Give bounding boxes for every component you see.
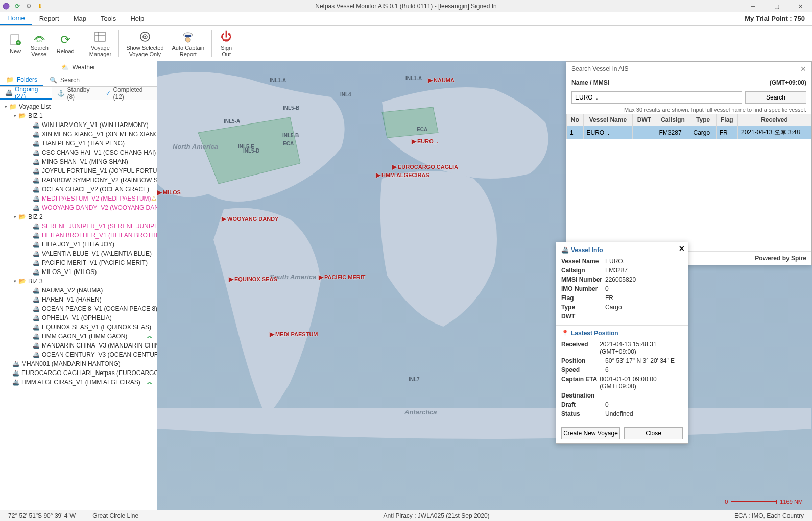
tree-item[interactable]: 🚢MING SHAN_V1 (MING SHAN) <box>1 157 156 166</box>
tree-item[interactable]: 🚢HMM ALGECIRAS_V1 (HMM ALGECIRAS)⫘ <box>1 378 156 387</box>
status-piracy: Anti Piracy : JWLA025 (21st Sep 2020) <box>147 510 726 521</box>
svg-point-0 <box>3 3 9 9</box>
vessel-pin[interactable]: EURO_. <box>412 138 438 145</box>
folders-tab[interactable]: 📁 Folders <box>0 73 43 86</box>
tree-item[interactable]: 🚢MEDI PAESTUM_V2 (MEDI PAESTUM)⚠ <box>1 194 156 203</box>
search-vessel-button[interactable]: AIS Search Vessel <box>27 28 53 59</box>
minimize-button[interactable]: ─ <box>742 0 765 12</box>
continent-label: Antarctica <box>404 408 437 416</box>
maximize-button[interactable]: ▢ <box>765 0 789 12</box>
tree-item[interactable]: 🚢HEILAN BROTHER_V1 (HEILAN BROTHER)⚠ <box>1 231 156 240</box>
close-icon[interactable]: ✕ <box>679 244 685 253</box>
download-icon[interactable]: ⬇ <box>36 2 44 10</box>
svg-point-13 <box>185 37 190 42</box>
new-icon: + <box>8 33 22 47</box>
map-canvas[interactable]: North America South America Antarctica I… <box>157 61 812 510</box>
tree-item[interactable]: 🚢EUROCARGO CAGLIARI_Netpas (EUROCARGO CA… <box>1 368 156 378</box>
vessel-pin[interactable]: WOOYANG DANDY <box>222 215 278 222</box>
location-icon: 📍 <box>561 330 569 337</box>
tree-item[interactable]: 🚢WOOYANG DANDY_V2 (WOOYANG DANDY)⚠ <box>1 203 156 212</box>
sign-out-button[interactable]: ⏻ Sign Out <box>215 28 237 59</box>
vessel-pin[interactable]: EUROCARGO CAGLIA <box>392 163 458 170</box>
close-button[interactable]: Close <box>624 427 683 439</box>
captain-icon <box>181 30 195 44</box>
vessel-pin[interactable]: HMM ALGECIRAS <box>376 171 429 179</box>
auto-captain-button[interactable]: Auto Captain Report <box>168 28 209 59</box>
gear-icon[interactable]: ⚙ <box>25 2 33 10</box>
ongoing-tab[interactable]: 🚢 Ongoing (27) <box>0 87 52 100</box>
voyage-manager-button[interactable]: Voyage Manager <box>85 28 115 59</box>
svg-rect-12 <box>185 35 191 37</box>
menu-tools[interactable]: Tools <box>93 13 123 24</box>
vessel-pin[interactable]: NAUMA <box>428 77 455 84</box>
show-selected-button[interactable]: Show Selected Voyage Only <box>122 28 168 59</box>
refresh-icon[interactable]: ⟳ <box>13 2 21 10</box>
menu-report[interactable]: Report <box>32 13 66 24</box>
tree-item[interactable]: 🚢MANDARIN CHINA_V3 (MANDARIN CHINA)⫘ <box>1 341 156 350</box>
tree-item[interactable]: 🚢OCEAN CENTURY_V3 (OCEAN CENTURY)⫘ <box>1 350 156 359</box>
share-icon[interactable]: ⫘ <box>147 379 153 386</box>
target-icon <box>138 30 152 44</box>
tree-item[interactable]: 🚢SERENE JUNIPER_V1 (SERENE JUNIPER)⚠ <box>1 221 156 231</box>
close-button[interactable]: ✕ <box>789 0 812 12</box>
check-icon: ✓ <box>106 90 111 97</box>
search-hint: Max 30 results are shown. Input full ves… <box>566 106 811 114</box>
menubar: Home Report Map Tools Help My Trial Poin… <box>0 12 812 26</box>
menu-help[interactable]: Help <box>123 13 151 24</box>
table-row[interactable]: 1 EURO_. FM3287 Cargo FR 2021-04-13 오후 3… <box>567 126 811 139</box>
close-icon[interactable]: ✕ <box>800 65 806 73</box>
tree-item[interactable]: 🚢HAREN_V1 (HAREN) <box>1 295 156 304</box>
menu-map[interactable]: Map <box>66 13 93 24</box>
tree-item[interactable]: 🚢FILIA JOY_V1 (FILIA JOY) <box>1 240 156 249</box>
tree-item[interactable]: 🚢WIN HARMONY_V1 (WIN HARMONY) <box>1 120 156 130</box>
tree-item[interactable]: 🚢OCEAN GRACE_V2 (OCEAN GRACE) <box>1 185 156 194</box>
search-tab[interactable]: 🔍 Search <box>43 73 86 86</box>
create-voyage-button[interactable]: Create New Voyage <box>561 427 620 439</box>
standby-tab[interactable]: ⚓ Standby (8) <box>52 87 101 100</box>
tree-item[interactable]: 🚢PACIFIC MERIT_V1 (PACIFIC MERIT) <box>1 258 156 267</box>
statusbar: 72° 52' 51"S 90° 39' 4"W Great Circle Li… <box>0 510 812 521</box>
search-panel: Search Vessel in AIS ✕ Name / MMSI (GMT+… <box>566 61 812 265</box>
menu-home[interactable]: Home <box>0 12 32 25</box>
search-input[interactable] <box>571 91 742 104</box>
anchor-icon: ⚓ <box>57 90 65 97</box>
completed-tab[interactable]: ✓ Completed (12) <box>101 87 157 100</box>
tree-item[interactable]: 🚢MILOS_V1 (MILOS) <box>1 267 156 277</box>
vessel-pin[interactable]: MILOS <box>157 189 181 196</box>
tree-item[interactable]: 🚢CSC CHANG HAI_V1 (CSC CHANG HAI) <box>1 148 156 157</box>
sidebar: ⛅ Weather 📁 Folders 🔍 Search 🚢 Ongoing (… <box>0 61 157 510</box>
tree-folder-biz1[interactable]: ▾📂BIZ 1 <box>1 111 156 120</box>
tree-item[interactable]: 🚢OPHELIA_V1 (OPHELIA) <box>1 313 156 322</box>
vessel-pin[interactable]: MEDI PAESTUM <box>270 331 318 338</box>
reload-button[interactable]: ⟳ Reload <box>53 28 79 59</box>
tree-item[interactable]: 🚢RAINBOW SYMPHONY_V2 (RAINBOW SYMPH... <box>1 176 156 185</box>
tree-item[interactable]: 🚢NAUMA_V2 (NAUMA) <box>1 286 156 295</box>
tree-root[interactable]: ▾📁Voyage List <box>1 102 156 111</box>
tree-item[interactable]: 🚢EQUINOX SEAS_V1 (EQUINOX SEAS) <box>1 322 156 332</box>
share-icon[interactable]: ⫘ <box>147 333 153 340</box>
tree-item[interactable]: 🚢TIAN PENG_V1 (TIAN PENG) <box>1 139 156 148</box>
tree-item[interactable]: 🚢XIN MENG XIANG_V1 (XIN MENG XIANG) <box>1 130 156 139</box>
tree-item[interactable]: 🚢HMM GAON_V1 (HMM GAON)⫘ <box>1 332 156 341</box>
vessel-info-panel: ✕ 🚢Vessel Info Vessel NameEURO. Callsign… <box>556 242 688 444</box>
window-title: Netpas Vessel Monitor AIS 0.1 (Build 011… <box>315 3 497 10</box>
voyage-manager-icon <box>93 30 107 44</box>
tree-item[interactable]: 🚢VALENTIA BLUE_V1 (VALENTIA BLUE) <box>1 249 156 258</box>
search-button[interactable]: Search <box>745 91 806 104</box>
tree-item[interactable]: 🚢OCEAN PEACE 8_V1 (OCEAN PEACE 8) <box>1 304 156 313</box>
status-line: Great Circle Line <box>84 510 147 521</box>
weather-bar[interactable]: ⛅ Weather <box>0 61 157 73</box>
voyage-tree[interactable]: ▾📁Voyage List ▾📂BIZ 1 🚢WIN HARMONY_V1 (W… <box>0 100 157 510</box>
vessel-pin[interactable]: PACIFIC MERIT <box>319 274 365 281</box>
new-button[interactable]: + New <box>4 28 27 59</box>
tree-folder-biz2[interactable]: ▾📂BIZ 2 <box>1 212 156 221</box>
ship-icon: 🚢 <box>561 246 569 254</box>
tree-folder-biz3[interactable]: ▾📂BIZ 3 <box>1 277 156 286</box>
tree-item[interactable]: 🚢MHAN001 (MANDARIN HANTONG) <box>1 359 156 368</box>
power-icon: ⏻ <box>219 30 233 44</box>
weather-icon: ⛅ <box>61 64 69 71</box>
vessel-pin[interactable]: EQUINOX SEAS <box>229 276 277 283</box>
tree-item[interactable]: 🚢JOYFUL FORTUNE_V1 (JOYFUL FORTUNE) <box>1 166 156 176</box>
titlebar: ⟳ ⚙ ⬇ Netpas Vessel Monitor AIS 0.1 (Bui… <box>0 0 812 12</box>
status-eca: ECA : IMO, Each Country <box>726 510 812 521</box>
